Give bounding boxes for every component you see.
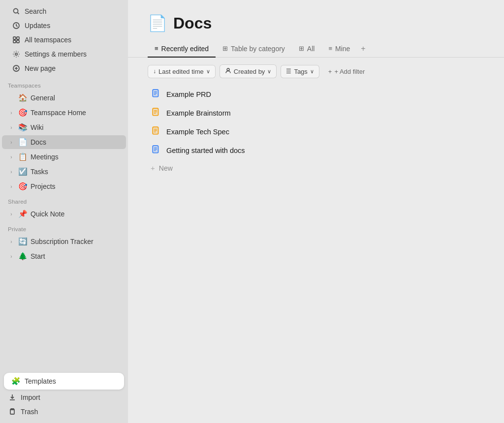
sidebar-item-all-teamspaces[interactable]: All teamspaces [6, 33, 122, 47]
sidebar-item-import[interactable]: Import [2, 391, 126, 404]
chevron-down-icon-3: ∨ [310, 68, 314, 75]
svg-point-7 [15, 53, 17, 55]
subscription-tracker-icon: 🔄 [18, 237, 28, 246]
gear-icon [12, 50, 21, 59]
doc-item-example-tech-spec[interactable]: Example Tech Spec [148, 122, 484, 141]
tab-mine[interactable]: ≡ Mine [321, 41, 357, 58]
svg-point-14 [227, 68, 229, 71]
page-title: Docs [173, 14, 212, 32]
sidebar-top: Search Updates All teamspaces [0, 4, 128, 76]
chevron-down-icon-2: ∨ [267, 68, 271, 75]
doc-item-example-prd[interactable]: Example PRD [148, 85, 484, 104]
svg-rect-4 [17, 37, 19, 39]
general-icon: 🏠 [18, 93, 28, 102]
tab-table-by-category[interactable]: ⊞ Table by category [216, 41, 292, 58]
sidebar-item-meetings[interactable]: › 📋 Meetings [2, 150, 126, 164]
tabs-bar: ≡ Recently edited ⊞ Table by category ⊞ … [128, 32, 504, 58]
chevron-icon: › [8, 140, 15, 145]
sort-arrow-icon: ↓ [153, 68, 156, 75]
private-section: Private [0, 221, 128, 234]
svg-rect-13 [10, 410, 14, 414]
plus-icon: + [328, 68, 332, 75]
main-content: 📄 Docs ≡ Recently edited ⊞ Table by cate… [128, 0, 504, 423]
wiki-icon: 📚 [18, 123, 28, 132]
teamspaces-section: Teamspaces [0, 78, 128, 91]
sidebar-item-wiki[interactable]: › 📚 Wiki [2, 121, 126, 134]
doc-item-getting-started[interactable]: Getting started with docs [148, 141, 484, 160]
new-doc-button[interactable]: + New [148, 160, 484, 176]
plus-icon-2: + [151, 164, 155, 172]
tab-recently-edited[interactable]: ≡ Recently edited [148, 41, 216, 58]
chevron-icon: › [8, 169, 15, 175]
svg-rect-3 [13, 37, 16, 39]
filter-tags[interactable]: ☰ Tags ∨ [281, 65, 319, 78]
doc-file-icon-3 [151, 126, 161, 137]
meetings-icon: 📋 [18, 152, 28, 161]
sidebar-item-templates[interactable]: 🧩 Templates [4, 373, 124, 390]
chevron-icon: › [8, 212, 15, 217]
svg-rect-6 [17, 40, 19, 43]
page-icon: 📄 [148, 14, 167, 32]
svg-line-1 [18, 13, 19, 14]
sidebar-item-general[interactable]: › 🏠 General [2, 91, 126, 105]
tab-all[interactable]: ⊞ All [292, 41, 322, 58]
start-icon: 🌲 [18, 252, 28, 261]
doc-file-icon-2 [151, 108, 161, 119]
sidebar-item-docs[interactable]: › 📄 Docs [2, 135, 126, 149]
filters-bar: ↓ Last edited time ∨ Created by ∨ ☰ Tags… [128, 58, 504, 85]
chevron-icon: › [8, 125, 15, 130]
chevron-down-icon: ∨ [206, 68, 210, 75]
sidebar-item-subscription-tracker[interactable]: › 🔄 Subscription Tracker [2, 235, 126, 248]
sidebar-item-projects[interactable]: › 🎯 Projects [2, 180, 126, 193]
doc-list: Example PRD Example Brainstorm [128, 85, 504, 423]
sidebar-item-updates[interactable]: Updates [6, 19, 122, 32]
clock-icon [12, 21, 21, 30]
docs-icon: 📄 [18, 138, 28, 147]
teamspaces-icon [12, 35, 21, 44]
person-icon [225, 67, 231, 75]
grid-icon: ⊞ [222, 45, 228, 52]
sidebar-item-trash[interactable]: Trash [2, 405, 126, 419]
doc-item-example-brainstorm[interactable]: Example Brainstorm [148, 104, 484, 122]
import-icon [8, 393, 17, 402]
sidebar-item-tasks[interactable]: › ☑️ Tasks [2, 165, 126, 179]
projects-icon: 🎯 [18, 182, 28, 191]
doc-file-icon [151, 89, 161, 100]
page-header: 📄 Docs [128, 0, 504, 32]
tab-add-button[interactable]: + [357, 40, 369, 57]
sidebar-item-new-page[interactable]: New page [6, 61, 122, 75]
chevron-icon: › [8, 184, 15, 189]
tasks-icon: ☑️ [18, 167, 28, 176]
grid-icon-2: ⊞ [299, 45, 304, 52]
chevron-icon: › [8, 110, 15, 116]
svg-rect-5 [13, 40, 16, 43]
plus-circle-icon [12, 64, 21, 73]
add-filter-button[interactable]: + + Add filter [323, 65, 370, 78]
sidebar: Search Updates All teamspaces [0, 0, 128, 423]
teamspace-home-icon: 🎯 [18, 108, 28, 117]
list-icon: ≡ [155, 45, 158, 52]
doc-file-icon-4 [151, 145, 161, 156]
chevron-icon: › [8, 154, 15, 160]
sidebar-item-teamspace-home[interactable]: › 🎯 Teamspace Home [2, 106, 126, 120]
sidebar-item-quick-note[interactable]: › 📌 Quick Note [2, 207, 126, 221]
filter-created-by[interactable]: Created by ∨ [220, 64, 277, 78]
trash-icon [8, 407, 17, 416]
quick-note-icon: 📌 [18, 210, 28, 218]
filter-last-edited[interactable]: ↓ Last edited time ∨ [148, 65, 216, 78]
chevron-icon: › [8, 239, 15, 244]
chevron-icon: › [8, 254, 15, 259]
search-icon [12, 7, 21, 16]
sidebar-item-settings[interactable]: Settings & members [6, 47, 122, 61]
sidebar-bottom: 🧩 Templates Import Trash [0, 372, 128, 419]
sidebar-item-search[interactable]: Search [6, 4, 122, 18]
sidebar-item-start[interactable]: › 🌲 Start [2, 249, 126, 263]
tags-icon: ☰ [286, 68, 291, 75]
list-icon-2: ≡ [328, 45, 332, 52]
svg-point-0 [14, 9, 18, 13]
shared-section: Shared [0, 194, 128, 207]
templates-icon: 🧩 [11, 377, 21, 386]
